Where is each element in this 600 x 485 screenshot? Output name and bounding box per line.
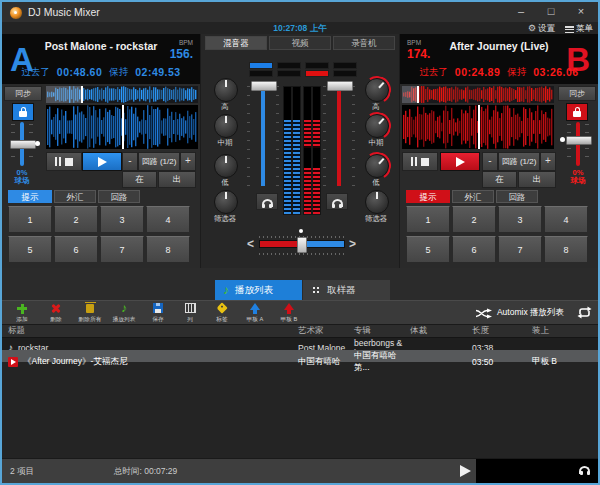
deck-a-loop-button[interactable]: 回路 (1/2) [138, 152, 180, 171]
col-title[interactable]: 标题 [8, 325, 298, 337]
load-deck-b-button[interactable]: 甲板 B [272, 302, 306, 324]
deck-b-filter-knob[interactable] [365, 190, 389, 214]
deck-a-filter-knob[interactable] [214, 190, 238, 214]
deck-b-pitch-slider[interactable] [558, 122, 598, 166]
deck-a-loop-in-button[interactable]: 在 [122, 171, 157, 188]
col-deck[interactable]: 装上 [532, 325, 598, 337]
table-row-selected[interactable]: 《After Journey》-艾福杰尼 中国有嘻哈 中国有嘻哈 第... 03… [2, 350, 598, 362]
deck-a-loop-double-button[interactable]: + [180, 152, 196, 171]
save-button[interactable]: 保存 [141, 302, 175, 324]
preview-play-button[interactable] [460, 465, 471, 477]
minimize-button[interactable]: – [508, 2, 534, 21]
deck-b-play-button[interactable] [440, 152, 480, 171]
tab-video[interactable]: 视频 [269, 36, 331, 50]
deck-b-tab-fx[interactable]: 外汇 [452, 190, 494, 203]
deck-a-pad-3[interactable]: 3 [100, 206, 144, 233]
deck-b-loop-half-button[interactable]: - [482, 152, 498, 171]
deck-a-pad-6[interactable]: 6 [54, 236, 98, 263]
delete-all-button[interactable]: 删除所有 [73, 302, 107, 324]
deck-b-loop-double-button[interactable]: + [540, 152, 556, 171]
deck-a-play-button[interactable] [82, 152, 122, 171]
deck-b-pad-1[interactable]: 1 [406, 206, 450, 233]
crossfader-right-arrow[interactable]: > [349, 237, 356, 251]
deck-a-detail-waveform[interactable] [46, 105, 198, 149]
deck-b-loop-in-button[interactable]: 在 [482, 171, 517, 188]
deck-a-pause-stop-button[interactable] [46, 152, 82, 171]
deck-a-cue-monitor-button[interactable] [256, 193, 278, 210]
deck-a-keylock-button[interactable] [12, 103, 34, 121]
add-button[interactable]: 添加 [5, 302, 39, 324]
deck-a-overview-waveform[interactable] [46, 86, 198, 103]
deck-a-pad-4[interactable]: 4 [146, 206, 190, 233]
delete-button[interactable]: 删除 [39, 302, 73, 324]
deck-a-tab-fx[interactable]: 外汇 [54, 190, 96, 203]
deck-a-volume-fader[interactable] [261, 86, 265, 186]
col-length[interactable]: 长度 [472, 325, 532, 337]
deck-b-tab-loop[interactable]: 回路 [496, 190, 538, 203]
deck-b-eq-high-knob[interactable] [365, 78, 389, 102]
load-deck-a-button[interactable]: 甲板 A [238, 302, 272, 324]
deck-b-volume-handle[interactable] [327, 81, 353, 91]
playlist-button[interactable]: ♪播放列表 [107, 302, 141, 324]
col-genre[interactable]: 体裁 [410, 325, 472, 337]
close-button[interactable]: × [568, 2, 594, 21]
deck-a-pitch-slider[interactable] [2, 122, 42, 166]
tag-button[interactable]: 标签 [205, 302, 239, 324]
deck-a-eq-low-knob[interactable] [214, 154, 238, 178]
headphone-icon[interactable] [579, 466, 590, 474]
deck-b-pad-5[interactable]: 5 [406, 236, 450, 263]
deck-b-pad-6[interactable]: 6 [452, 236, 496, 263]
tab-recorder[interactable]: 录音机 [333, 36, 395, 50]
tab-sampler[interactable]: 取样器 [303, 280, 390, 300]
deck-b-pad-2[interactable]: 2 [452, 206, 496, 233]
tab-mixer[interactable]: 混音器 [205, 36, 267, 50]
deck-a-sync-button[interactable]: 同步 [4, 86, 42, 101]
music-note-icon: ♪ [223, 284, 229, 296]
deck-b-header: B After Journey (Live) BPM 174. 过去了00:24… [400, 34, 598, 84]
repeat-button[interactable] [576, 305, 592, 320]
deck-a-pad-2[interactable]: 2 [54, 206, 98, 233]
deck-b-pad-7[interactable]: 7 [498, 236, 542, 263]
deck-b-detail-waveform[interactable] [402, 105, 554, 149]
deck-b-tab-cue[interactable]: 提示 [406, 190, 450, 203]
deck-a-tab-loop[interactable]: 回路 [98, 190, 140, 203]
deck-a-eq-mid-knob[interactable] [214, 114, 238, 138]
deck-a-eq-high-knob[interactable] [214, 78, 238, 102]
columns-button[interactable]: 列 [173, 302, 207, 324]
col-album[interactable]: 专辑 [354, 325, 410, 337]
deck-b-loop-button[interactable]: 回路 (1/2) [498, 152, 540, 171]
deck-a-pad-5[interactable]: 5 [8, 236, 52, 263]
deck-a-tab-cue[interactable]: 提示 [8, 190, 52, 203]
deck-b-volume-fader[interactable] [337, 86, 341, 186]
deck-b-cue-monitor-button[interactable] [326, 193, 348, 210]
deck-a-volume-handle[interactable] [251, 81, 277, 91]
deck-b-pad-3[interactable]: 3 [498, 206, 542, 233]
sampler-grid-icon [311, 285, 321, 295]
pause-icon [411, 157, 417, 166]
automix-button[interactable]: Automix 播放列表 [475, 307, 564, 319]
deck-b-pad-8[interactable]: 8 [544, 236, 588, 263]
crossfader-left-arrow[interactable]: < [247, 237, 254, 251]
deck-b-keylock-button[interactable] [566, 103, 588, 121]
plus-icon [16, 303, 28, 314]
deck-b-loop-out-button[interactable]: 出 [518, 171, 556, 188]
deck-b-eq-low-knob[interactable] [365, 154, 389, 178]
deck-b-overview-waveform[interactable] [402, 86, 554, 103]
deck-b-pitch-handle[interactable] [566, 136, 592, 145]
col-artist[interactable]: 艺术家 [298, 325, 354, 337]
maximize-button[interactable]: □ [538, 2, 564, 21]
tab-playlist[interactable]: ♪ 播放列表 [215, 280, 302, 300]
deck-b-pad-4[interactable]: 4 [544, 206, 588, 233]
table-row[interactable]: ♪rockstar Post Malone beerbongs & b... 0… [2, 338, 598, 350]
deck-a-loop-out-button[interactable]: 出 [158, 171, 196, 188]
deck-a-pad-7[interactable]: 7 [100, 236, 144, 263]
deck-b-eq-mid-knob[interactable] [365, 114, 389, 138]
deck-a-pad-1[interactable]: 1 [8, 206, 52, 233]
deck-a-pitch-handle[interactable] [10, 140, 36, 149]
deck-a-loop-half-button[interactable]: - [122, 152, 138, 171]
deck-a-pad-8[interactable]: 8 [146, 236, 190, 263]
playlist-tab-row: ♪ 播放列表 取样器 [2, 268, 598, 300]
deck-b-sync-button[interactable]: 同步 [558, 86, 596, 101]
crossfader-handle[interactable] [297, 237, 307, 253]
deck-b-pause-stop-button[interactable] [402, 152, 438, 171]
